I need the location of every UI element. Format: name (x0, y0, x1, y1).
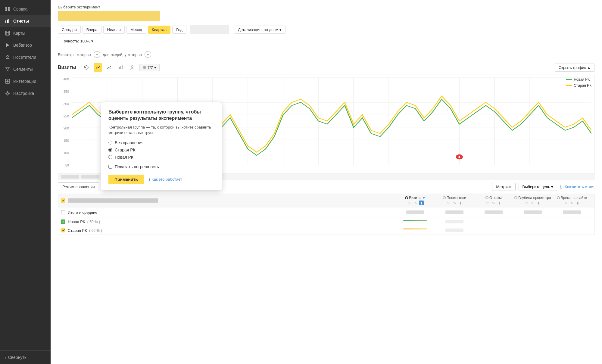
popup-overlay: Выберите контрольную группу, чтобы оцени… (101, 102, 222, 190)
radio-otkazy[interactable] (485, 196, 488, 199)
sidebar-item-svodka[interactable]: Сводка (0, 3, 51, 15)
accuracy-button[interactable]: Точность: 100% ▾ (58, 37, 97, 45)
staraya-percent: ( (89, 229, 90, 233)
radio-no-compare-input[interactable] (108, 141, 112, 145)
svg-marker-8 (6, 43, 9, 47)
popup-desc: Контрольная группа — та, с которой вы хо… (108, 125, 214, 135)
how-works-label: Как это работает (151, 177, 182, 182)
exp-name-blurred (68, 198, 158, 203)
total-checkbox[interactable] (61, 210, 65, 214)
bar-icon-otkazy[interactable]: ▮ (497, 201, 502, 205)
novaya-checkbox[interactable] (61, 219, 65, 224)
date-week-button[interactable]: Неделя (103, 26, 125, 34)
sidebar-item-otchety[interactable]: Отчеты (0, 15, 51, 27)
date-range-box[interactable] (190, 25, 229, 34)
goal-select-label: Выберите цель ▾ (522, 185, 554, 189)
detail-button[interactable]: Детализация: по дням ▾ (234, 26, 285, 34)
radio-no-compare[interactable]: Без сравнения (108, 140, 214, 145)
segment-add-button-1[interactable]: + (94, 51, 100, 58)
radio-old-rk[interactable]: Старая РК (108, 148, 214, 152)
sidebar-item-integracii[interactable]: Интеграции (0, 75, 51, 87)
legend-label-staraya: Старая РК (574, 83, 591, 88)
radio-new-rk-input[interactable] (108, 155, 112, 159)
date-today-button[interactable]: Сегодня (58, 26, 81, 34)
filter-icon-depth[interactable]: ▽ (524, 201, 529, 205)
comparison-mode-button[interactable]: Режим сравнения (58, 182, 99, 191)
percent-icon-time[interactable]: % (569, 201, 574, 205)
exp-checkbox[interactable] (61, 198, 65, 203)
sidebar-item-segmenty[interactable]: Сегменты (0, 63, 51, 75)
staraya-checkbox[interactable] (61, 228, 65, 232)
filter-icon-visits[interactable]: ▽ (407, 201, 412, 205)
radio-old-rk-input[interactable] (108, 148, 112, 152)
svg-rect-44 (569, 85, 570, 86)
collapse-button[interactable]: ‹ Свернуть (0, 350, 51, 364)
radio-visitors[interactable] (443, 196, 446, 199)
radio-depth[interactable] (514, 196, 517, 199)
svg-rect-2 (5, 9, 7, 11)
radio-time[interactable] (557, 196, 560, 199)
popup-checkbox[interactable]: Показать погрешность (108, 164, 214, 169)
metrics-button[interactable]: Метрики (492, 183, 515, 191)
y-label-100: 100 (64, 151, 69, 155)
sidebar-item-posetiteli[interactable]: Посетители (0, 51, 51, 63)
chart-bar-button[interactable] (117, 63, 125, 72)
sidebar-item-karty[interactable]: Карты (0, 27, 51, 39)
filter-icon-visitors[interactable]: ▽ (446, 201, 451, 205)
percent-icon-depth[interactable]: % (530, 201, 535, 205)
percent-icon-visits[interactable]: % (413, 201, 418, 205)
segment-row: Визиты, в которых + для людей, у которых… (51, 48, 602, 61)
apply-button[interactable]: Применить (108, 175, 144, 184)
chart-smooth-button[interactable] (105, 63, 114, 72)
novaya-cell-depth (513, 219, 552, 224)
novaya-label: Новая РК ( 50 % ) (68, 219, 100, 224)
staraya-cell-visits (396, 228, 435, 233)
hide-chart-button[interactable]: Скрыть график ▲ (555, 64, 595, 72)
bar-icon-visits[interactable]: ▮ (419, 201, 424, 205)
goal-select-button[interactable]: Выберите цель ▾ (519, 183, 557, 191)
date-quarter-button[interactable]: Квартал (148, 26, 170, 34)
date-month-button[interactable]: Месяц (126, 26, 146, 34)
sidebar-item-label: Интеграции (13, 79, 36, 84)
date-year-button[interactable]: Год (172, 26, 186, 34)
sidebar-item-label: Сводка (13, 7, 27, 11)
radio-visits[interactable] (405, 196, 408, 199)
svg-rect-16 (120, 66, 121, 69)
col-depth-label: Глубина просмотра (518, 196, 551, 200)
sort-visits[interactable]: ▼ (422, 196, 426, 200)
svg-rect-4 (5, 20, 6, 23)
chart-refresh-button[interactable] (82, 63, 91, 72)
date-blur-2 (81, 175, 99, 179)
sidebar-item-nastroika[interactable]: Настройка (0, 87, 51, 99)
percent-icon-otkazy[interactable]: % (491, 201, 496, 205)
segments-counter-button[interactable]: 7/7 ▾ (139, 64, 160, 71)
pogreshnost-checkbox[interactable] (108, 165, 112, 169)
experiment-select-box[interactable] (58, 11, 160, 21)
chart-person-button[interactable] (128, 63, 136, 72)
radio-old-rk-label: Старая РК (115, 148, 136, 152)
popup-card: Выберите контрольную группу, чтобы оцени… (101, 102, 222, 190)
filter-icon-time[interactable]: ▽ (563, 201, 568, 205)
radio-new-rk[interactable]: Новая РК (108, 155, 214, 160)
sidebar-item-vebvizor[interactable]: Вебвизор (0, 39, 51, 51)
info-icon: ℹ (560, 185, 562, 189)
staraya-metric-cells (396, 228, 591, 233)
staraya-cell-visitors (435, 228, 474, 233)
segment-add-button-2[interactable]: + (145, 51, 151, 58)
bar-icon-depth[interactable]: ▮ (536, 201, 541, 205)
svg-rect-7 (5, 31, 10, 35)
bar-icon-time[interactable]: ▮ (575, 201, 580, 205)
how-to-read-link[interactable]: Как читать отчет (565, 185, 595, 189)
chart-line-button[interactable] (94, 63, 102, 72)
bar-icon-visitors[interactable]: ▮ (458, 201, 463, 205)
how-works-link[interactable]: ℹ Как это работает (149, 177, 182, 182)
novaya-percent-val: 50 % (89, 220, 98, 224)
map-icon (5, 30, 10, 36)
filter-icon-otkazy[interactable]: ▽ (485, 201, 490, 205)
novaya-cell-visits (396, 219, 435, 224)
date-yesterday-button[interactable]: Вчера (83, 26, 101, 34)
col-depth: Глубина просмотра ▽ % ▮ (513, 196, 552, 205)
y-label-250: 250 (64, 114, 69, 118)
percent-icon-visitors[interactable]: % (452, 201, 457, 205)
novaya-percent: ( (87, 220, 89, 224)
